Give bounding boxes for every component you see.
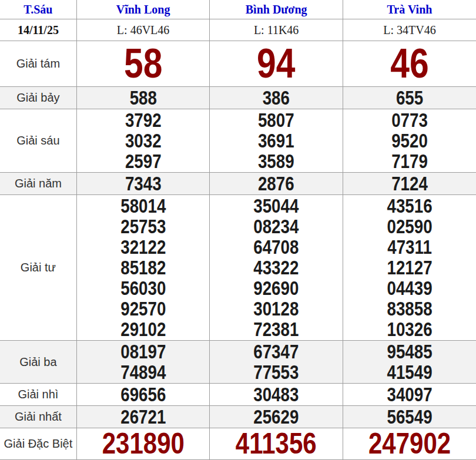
prize-numbers-giai-nam-col1: 2876 (210, 173, 343, 195)
prize-number: 46 (354, 42, 465, 86)
prize-numbers-giai-ba-col2: 9548541549 (343, 341, 476, 384)
prize-number: 30483 (220, 384, 331, 405)
prize-number: 5807 (220, 110, 331, 130)
prize-number: 386 (220, 88, 331, 108)
prize-row-giai-nam: Giải năm734328767124 (0, 173, 476, 195)
prize-number: 32122 (88, 237, 199, 257)
prize-number: 04439 (354, 278, 465, 298)
prize-number: 3792 (88, 110, 199, 130)
prize-number: 7179 (354, 151, 465, 172)
prize-numbers-giai-nhat-col2: 56549 (343, 406, 476, 428)
prize-numbers-giai-tu-col1: 35044082346470843322926903012872381 (210, 195, 343, 341)
prize-number: 74894 (88, 362, 199, 382)
prize-row-giai-nhi: Giải nhì696563048334097 (0, 384, 476, 406)
prize-number: 58 (88, 42, 199, 86)
prize-number: 231890 (88, 429, 199, 459)
draw-code-vinh-long: L: 46VL46 (76, 19, 210, 41)
prize-number: 69656 (88, 384, 199, 405)
prize-row-giai-bay: Giải bảy588386655 (0, 87, 476, 109)
prize-number: 95485 (354, 341, 465, 362)
prize-label-giai-ba: Giải ba (0, 341, 76, 384)
prize-label-giai-tam: Giải tám (0, 41, 76, 87)
prize-number: 08197 (88, 341, 199, 362)
prize-number: 41549 (354, 362, 465, 382)
prize-numbers-giai-dac-biet-col0: 231890 (76, 428, 210, 460)
prize-number: 26721 (88, 407, 199, 427)
prize-number: 02590 (354, 216, 465, 237)
prize-numbers-giai-nam-col2: 7124 (343, 173, 476, 195)
prize-label-giai-dac-biet: Giải Đặc Biệt (0, 428, 76, 460)
prize-number: 25753 (88, 216, 199, 237)
prize-label-giai-tu: Giải tư (0, 195, 76, 341)
prize-number: 47311 (354, 237, 465, 257)
prize-row-giai-nhat: Giải nhất267212562956549 (0, 406, 476, 428)
prize-numbers-giai-nhat-col1: 25629 (210, 406, 343, 428)
prize-number: 08234 (220, 216, 331, 237)
prize-numbers-giai-bay-col1: 386 (210, 87, 343, 109)
prize-number: 77553 (220, 362, 331, 382)
prize-number: 12127 (354, 257, 465, 278)
prize-numbers-giai-ba-col0: 0819774894 (76, 341, 210, 384)
prize-numbers-giai-nam-col0: 7343 (76, 173, 210, 195)
draw-date: 14/11/25 (0, 19, 76, 41)
prize-number: 9520 (354, 130, 465, 151)
prize-number: 30128 (220, 298, 331, 319)
prize-row-giai-dac-biet: Giải Đặc Biệt231890411356247902 (0, 428, 476, 460)
draw-code-binh-duong: L: 11K46 (210, 19, 343, 41)
day-header: T.Sáu (0, 0, 76, 19)
province-header-vinh-long: Vĩnh Long (76, 0, 210, 19)
prize-number: 3691 (220, 130, 331, 151)
prize-number: 7343 (88, 173, 199, 194)
prize-numbers-giai-sau-col1: 580736913589 (210, 109, 343, 173)
prize-label-giai-nam: Giải năm (0, 173, 76, 195)
prize-numbers-giai-tu-col0: 58014257533212285182560309257029102 (76, 195, 210, 341)
prize-number: 2597 (88, 151, 199, 172)
prize-row-giai-ba: Giải ba081977489467347775539548541549 (0, 341, 476, 384)
prize-numbers-giai-tam-col0: 58 (76, 41, 210, 87)
prize-numbers-giai-tu-col2: 43516025904731112127044398385810326 (343, 195, 476, 341)
prize-number: 29102 (88, 319, 199, 340)
prize-numbers-giai-tam-col1: 94 (210, 41, 343, 87)
prize-number: 247902 (354, 429, 465, 459)
prize-label-giai-nhat: Giải nhất (0, 406, 76, 428)
prize-numbers-giai-sau-col2: 077395207179 (343, 109, 476, 173)
prize-label-giai-sau: Giải sáu (0, 109, 76, 173)
lottery-results-table: T.Sáu Vĩnh Long Bình Dương Trà Vinh 14/1… (0, 0, 476, 460)
prize-number: 0773 (354, 110, 465, 130)
prize-number: 25629 (220, 407, 331, 427)
prize-numbers-giai-dac-biet-col2: 247902 (343, 428, 476, 460)
date-row: 14/11/25 L: 46VL46 L: 11K46 L: 34TV46 (0, 19, 476, 41)
prize-label-giai-nhi: Giải nhì (0, 384, 76, 406)
prize-number: 56030 (88, 278, 199, 298)
prize-numbers-giai-ba-col1: 6734777553 (210, 341, 343, 384)
prize-number: 83858 (354, 298, 465, 319)
prize-numbers-giai-nhi-col0: 69656 (76, 384, 210, 406)
header-row: T.Sáu Vĩnh Long Bình Dương Trà Vinh (0, 0, 476, 19)
prize-number: 655 (354, 88, 465, 108)
prize-number: 35044 (220, 196, 331, 216)
prize-number: 2876 (220, 173, 331, 194)
province-header-binh-duong: Bình Dương (210, 0, 343, 19)
prize-number: 85182 (88, 257, 199, 278)
prize-number: 67347 (220, 341, 331, 362)
prize-numbers-giai-tam-col2: 46 (343, 41, 476, 87)
prize-numbers-giai-nhat-col0: 26721 (76, 406, 210, 428)
prize-number: 58014 (88, 196, 199, 216)
draw-code-tra-vinh: L: 34TV46 (343, 19, 476, 41)
prize-number: 92690 (220, 278, 331, 298)
prize-label-giai-bay: Giải bảy (0, 87, 76, 109)
prize-number: 72381 (220, 319, 331, 340)
prize-row-giai-tu: Giải tư580142575332122851825603092570291… (0, 195, 476, 341)
prize-row-giai-tam: Giải tám589446 (0, 41, 476, 87)
prize-numbers-giai-dac-biet-col1: 411356 (210, 428, 343, 460)
prize-numbers-giai-sau-col0: 379230322597 (76, 109, 210, 173)
prize-number: 92570 (88, 298, 199, 319)
prize-number: 3032 (88, 130, 199, 151)
prize-numbers-giai-nhi-col1: 30483 (210, 384, 343, 406)
prize-row-giai-sau: Giải sáu37923032259758073691358907739520… (0, 109, 476, 173)
prize-numbers-giai-bay-col0: 588 (76, 87, 210, 109)
prize-number: 588 (88, 88, 199, 108)
prize-number: 64708 (220, 237, 331, 257)
prize-number: 7124 (354, 173, 465, 194)
prize-numbers-giai-nhi-col2: 34097 (343, 384, 476, 406)
